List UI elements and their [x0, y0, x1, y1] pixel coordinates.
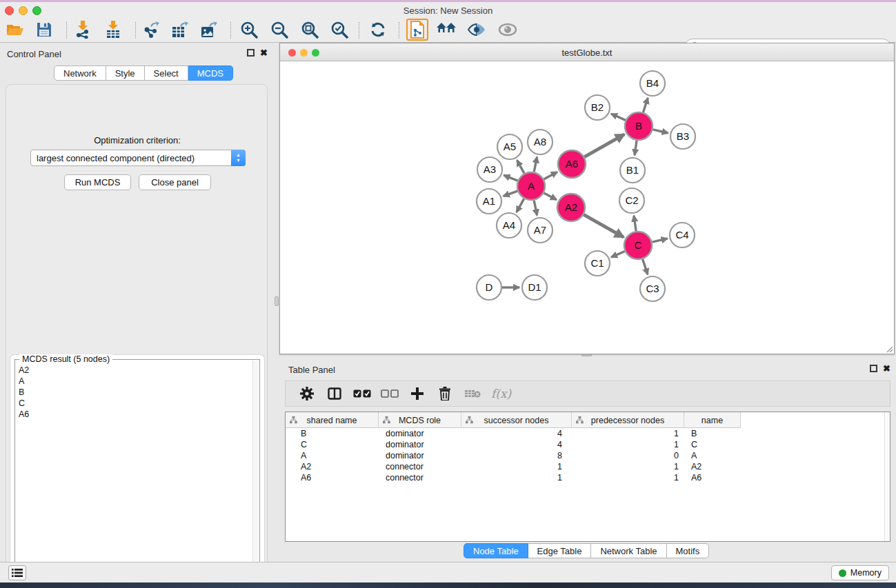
mcds-result-item[interactable]: B — [19, 387, 252, 398]
tab-network[interactable]: Network — [54, 65, 106, 81]
graph-edge-B-B4[interactable] — [643, 98, 648, 112]
graph-node-A2[interactable]: A2 — [557, 194, 585, 221]
zoom-in-icon[interactable] — [237, 20, 261, 39]
home-icon[interactable] — [435, 20, 458, 39]
column-header-shared-name[interactable]: shared name — [286, 412, 379, 428]
graph-node-D[interactable]: D — [477, 275, 501, 300]
function-builder-icon[interactable]: f(x) — [491, 387, 511, 401]
refresh-icon[interactable] — [366, 20, 390, 39]
graph-node-B2[interactable]: B2 — [585, 95, 610, 120]
graph-node-D1[interactable]: D1 — [522, 275, 547, 300]
column-header-MCDS-role[interactable]: MCDS role — [379, 412, 461, 428]
graph-node-B4[interactable]: B4 — [640, 71, 665, 96]
window-resize-handle[interactable] — [885, 345, 893, 353]
tab-network-table[interactable]: Network Table — [591, 543, 666, 558]
graph-edge-B-B1[interactable] — [635, 141, 637, 155]
vertical-splitter-handle[interactable] — [275, 296, 279, 306]
table-scrollbar[interactable] — [884, 412, 890, 541]
graph-edge-C-C3[interactable] — [643, 259, 648, 274]
open-file-icon[interactable] — [3, 20, 27, 39]
tab-node-table[interactable]: Node Table — [464, 543, 528, 558]
column-header-name[interactable]: name — [684, 412, 741, 428]
graph-node-A6[interactable]: A6 — [558, 150, 586, 178]
export-network-icon[interactable] — [139, 20, 163, 39]
zoom-selected-icon[interactable] — [328, 20, 351, 39]
graph-edge-A-A8[interactable] — [534, 157, 537, 172]
task-history-button[interactable] — [8, 565, 26, 580]
table-row[interactable]: Adominator80A — [286, 450, 741, 461]
graph-edge-C-C1[interactable] — [611, 251, 625, 257]
network-file-icon[interactable] — [406, 20, 429, 39]
graph-edge-B-B2[interactable] — [611, 114, 626, 120]
import-network-icon[interactable] — [71, 20, 94, 39]
graph-node-C1[interactable]: C1 — [585, 251, 610, 276]
column-visibility-icon[interactable] — [326, 385, 344, 403]
table-row[interactable]: Bdominator41B — [286, 428, 741, 439]
close-panel-icon[interactable]: ✖ — [260, 48, 268, 58]
run-mcds-button[interactable]: Run MCDS — [64, 174, 131, 190]
memory-button[interactable]: Memory — [831, 565, 889, 580]
graph-edge-A-A1[interactable] — [504, 191, 518, 196]
graph-node-C3[interactable]: C3 — [640, 276, 665, 301]
table-row[interactable]: A2connector11A2 — [286, 461, 741, 472]
close-panel-button[interactable]: Close panel — [139, 174, 211, 190]
table-float-panel-icon[interactable] — [870, 365, 877, 372]
graph-edge-C-C2[interactable] — [634, 216, 636, 231]
graph-edge-B-B3[interactable] — [653, 130, 668, 133]
criterion-dropdown[interactable]: largest connected component (directed) ▲… — [30, 150, 246, 166]
export-image-icon[interactable] — [197, 20, 221, 39]
tab-edge-table[interactable]: Edge Table — [528, 543, 592, 558]
graph-node-A7[interactable]: A7 — [528, 218, 552, 243]
delete-column-trash-icon[interactable] — [436, 385, 454, 403]
select-all-icon[interactable] — [353, 385, 371, 403]
graph-edge-C-C4[interactable] — [652, 239, 667, 242]
export-table-icon[interactable] — [168, 20, 192, 39]
mcds-result-item[interactable]: A6 — [19, 409, 252, 420]
tab-select[interactable]: Select — [145, 65, 188, 81]
graph-node-A[interactable]: A — [517, 172, 545, 200]
zoom-fit-icon[interactable] — [298, 20, 321, 39]
graph-node-C2[interactable]: C2 — [619, 188, 644, 213]
graph-edge-A-A3[interactable] — [504, 175, 517, 181]
mcds-result-item[interactable]: A2 — [19, 365, 252, 376]
graph-edge-A6-B[interactable] — [584, 134, 624, 157]
column-header-predecessor-nodes[interactable]: predecessor nodes — [572, 412, 684, 428]
zoom-out-icon[interactable] — [268, 20, 291, 39]
graph-edge-A2-C[interactable] — [584, 214, 624, 237]
tab-style[interactable]: Style — [106, 65, 145, 81]
graph-node-B3[interactable]: B3 — [670, 124, 695, 149]
graph-node-A1[interactable]: A1 — [477, 189, 501, 214]
show-hide-icon[interactable] — [496, 20, 519, 39]
graph-edge-A-A6[interactable] — [544, 172, 557, 179]
delete-table-icon[interactable] — [464, 385, 481, 403]
graph-node-A3[interactable]: A3 — [477, 157, 502, 182]
graph-node-B[interactable]: B — [625, 112, 653, 140]
tab-motifs[interactable]: Motifs — [667, 543, 710, 558]
table-settings-gear-icon[interactable] — [298, 385, 316, 403]
table-row[interactable]: Cdominator41C — [286, 439, 741, 450]
graph-edge-A-A2[interactable] — [544, 193, 557, 200]
graph-node-A5[interactable]: A5 — [497, 134, 522, 159]
save-session-icon[interactable] — [32, 20, 56, 39]
style-preview-icon[interactable] — [465, 20, 488, 39]
network-canvas[interactable]: AA1A2A3A4A5A6A7A8BB1B2B3B4CC1C2C3C4DD1 — [280, 61, 894, 354]
mcds-list-scrollbar[interactable] — [252, 361, 259, 587]
graph-node-B1[interactable]: B1 — [620, 158, 645, 183]
graph-node-C4[interactable]: C4 — [670, 223, 695, 247]
deselect-all-icon[interactable] — [381, 385, 399, 403]
add-column-icon[interactable] — [408, 385, 426, 403]
graph-node-A4[interactable]: A4 — [497, 213, 521, 238]
mcds-result-item[interactable]: C — [19, 398, 252, 409]
tab-mcds[interactable]: MCDS — [188, 65, 233, 81]
graph-node-C[interactable]: C — [624, 232, 652, 259]
float-panel-icon[interactable] — [247, 49, 255, 57]
graph-node-A8[interactable]: A8 — [528, 130, 552, 154]
table-close-panel-icon[interactable]: ✖ — [883, 363, 890, 374]
graph-edge-A-A5[interactable] — [517, 160, 524, 173]
import-table-icon[interactable] — [101, 20, 125, 39]
column-header-successor-nodes[interactable]: successor nodes — [461, 412, 572, 428]
table-row[interactable]: A6connector11A6 — [286, 472, 741, 483]
graph-edge-A-A4[interactable] — [517, 199, 524, 212]
graph-edge-A-A7[interactable] — [534, 201, 537, 216]
mcds-result-item[interactable]: A — [19, 376, 252, 387]
